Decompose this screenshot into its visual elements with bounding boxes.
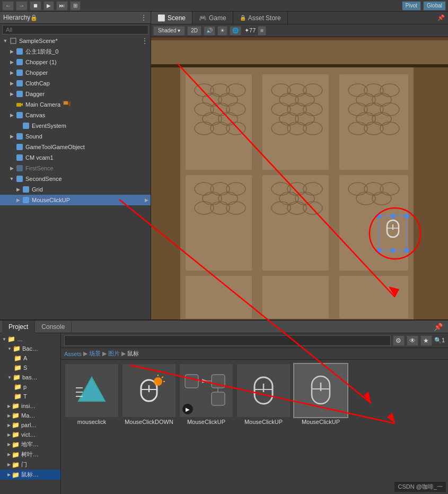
- folder-icon-insi: 📁: [12, 402, 20, 410]
- folder-shubiao[interactable]: ▶ 📁 鼠标…: [0, 470, 60, 480]
- samplescene-label: SampleScene*: [19, 38, 58, 44]
- folder-vict[interactable]: ▶ 📁 vict…: [0, 430, 60, 439]
- vict-label: vict…: [21, 431, 36, 438]
- expand-chopper1: [8, 59, 15, 65]
- pivot-button[interactable]: Pivot: [402, 1, 421, 11]
- hier-item-sound[interactable]: Sound: [0, 131, 151, 142]
- toolbar-play-btn[interactable]: ▶: [43, 1, 54, 11]
- hierarchy-menu-btn[interactable]: ⋮: [140, 13, 147, 22]
- asset-grid: mouseclick: [61, 360, 448, 494]
- cube-icon-princess: [16, 48, 23, 55]
- hierarchy-search-input[interactable]: [2, 25, 148, 34]
- firstsence-label: FirstSence: [25, 165, 54, 171]
- tab-scene[interactable]: ⬜ Scene: [151, 12, 192, 24]
- folder-icon-s: 📁: [14, 364, 22, 371]
- hier-item-chopper1[interactable]: Chopper (1): [0, 57, 151, 67]
- bottom-pin-icon[interactable]: 📌: [434, 323, 443, 331]
- expand-mouseclickup: [15, 197, 21, 203]
- asset-item-mouseclickup-sprite[interactable]: MouseClickUP: [237, 364, 290, 425]
- scene-stone-bg: [151, 37, 448, 319]
- svg-rect-10: [414, 67, 448, 319]
- folder-bac[interactable]: ▼ 📁 Bac…: [0, 344, 60, 353]
- fx-toggle[interactable]: ☀: [217, 26, 227, 36]
- star-btn[interactable]: ★: [420, 335, 432, 346]
- gizmo-btn[interactable]: ≡: [258, 26, 266, 36]
- cube-icon-secondsence: [16, 175, 23, 183]
- cube-icon-firstsence: [16, 164, 23, 172]
- hier-item-canvas[interactable]: Canvas: [0, 110, 151, 120]
- global-button[interactable]: Global: [423, 1, 446, 11]
- bottom-panels: Project Console 📌 ▼ 📁 … ▼ 📁 Bac… 📁: [0, 319, 448, 494]
- folder-t[interactable]: 📁 T: [0, 392, 60, 401]
- toolbar-forward-btn[interactable]: →: [16, 1, 28, 11]
- breadcrumb-scene[interactable]: 场景: [89, 350, 101, 358]
- tab-project[interactable]: Project: [2, 320, 35, 333]
- mouseclickup-selected-icon: [302, 372, 339, 409]
- hier-item-mouseclickup[interactable]: MouseClickUP ▶: [0, 195, 151, 205]
- folder-men[interactable]: ▶ 📁 门: [0, 460, 60, 470]
- toolbar-back-btn[interactable]: ←: [2, 1, 14, 11]
- folder-bas[interactable]: ▼ 📁 bas…: [0, 372, 60, 382]
- toolbar-layout-btn[interactable]: ⊞: [70, 1, 81, 11]
- toolbar-step-btn[interactable]: ⏭: [56, 1, 68, 11]
- asset-item-mouseclick[interactable]: mouseclick: [65, 364, 118, 425]
- parl-expand: ▶: [7, 423, 11, 428]
- viewport-pin-icon[interactable]: 📌: [437, 14, 445, 21]
- hier-item-princess[interactable]: 公主1阶段_0: [0, 46, 151, 57]
- breadcrumb-assets[interactable]: Assets: [64, 351, 82, 357]
- shading-dropdown[interactable]: Shaded ▾: [153, 26, 185, 36]
- hier-item-maincamera[interactable]: Main Camera: [0, 99, 151, 110]
- chopper1-label: Chopper (1): [25, 59, 57, 65]
- folder-insi[interactable]: ▶ 📁 insi…: [0, 401, 60, 411]
- tab-game[interactable]: 🎮 Game: [192, 12, 233, 24]
- console-tab-label: Console: [41, 323, 65, 331]
- folder-parl[interactable]: ▶ 📁 parl…: [0, 420, 60, 430]
- svg-rect-22: [339, 276, 408, 318]
- hier-item-dagger[interactable]: Dagger: [0, 89, 151, 99]
- asset-item-mouseclickup-anim[interactable]: ▶ MouseClickUP: [180, 364, 233, 425]
- assetstore-tab-label: Asset Store: [248, 14, 281, 22]
- toolbar-stop-btn[interactable]: ⏹: [30, 1, 41, 11]
- hier-item-cmvcam1[interactable]: CM vcam1: [0, 152, 151, 163]
- hier-item-firstsence[interactable]: FirstSence: [0, 163, 151, 174]
- asset-item-mouseclickup-selected[interactable]: MouseClickUP: [294, 364, 347, 425]
- tab-console[interactable]: Console: [35, 320, 72, 333]
- folder-ma[interactable]: ▶ 📁 Ma…: [0, 411, 60, 420]
- folder-icon-a: 📁: [14, 354, 22, 362]
- hier-item-chopper[interactable]: Chopper: [0, 67, 151, 78]
- folder-a[interactable]: 📁 A: [0, 353, 60, 363]
- 2d-toggle[interactable]: 2D: [187, 26, 201, 36]
- mouseclickup-selected-label: MouseClickUP: [302, 419, 340, 425]
- folder-shuye[interactable]: ▶ 📁 树叶…: [0, 449, 60, 460]
- hier-item-grid[interactable]: Grid: [0, 184, 151, 195]
- folder-root-label: …: [17, 336, 23, 342]
- hier-item-samplescene[interactable]: SampleScene* ⋮: [0, 36, 151, 46]
- folder-root-expand[interactable]: ▼ 📁 …: [0, 334, 60, 344]
- tab-assetstore[interactable]: 🔒 Asset Store: [233, 12, 288, 24]
- hier-item-eventsystem[interactable]: EventSystem: [0, 120, 151, 131]
- hier-item-clothcap[interactable]: ClothCap: [0, 78, 151, 89]
- mouseclick-label: mouseclick: [77, 419, 106, 425]
- audio-toggle[interactable]: 🔊: [204, 26, 215, 36]
- asset-item-mouseclickdown[interactable]: MouseClickDOWN: [122, 364, 175, 425]
- svg-marker-112: [202, 379, 207, 383]
- folder-p[interactable]: 📁 p: [0, 382, 60, 392]
- eye-btn[interactable]: 👁: [407, 335, 418, 346]
- game-tab-label: Game: [209, 14, 226, 22]
- folder-s[interactable]: 📁 S: [0, 363, 60, 372]
- samplescene-menu[interactable]: ⋮: [141, 37, 148, 45]
- grid-toggle[interactable]: 🌐: [230, 26, 241, 36]
- folder-dizhu[interactable]: ▶ 📁 地牢…: [0, 439, 60, 449]
- project-search-input[interactable]: [64, 335, 391, 346]
- folder-icon-bac: 📁: [13, 345, 21, 352]
- secondsence-label: SecondSence: [25, 176, 62, 182]
- hier-item-gametool[interactable]: GameToolGameObject: [0, 142, 151, 152]
- filter-btn[interactable]: ⚙: [393, 335, 405, 346]
- cube-icon-sound: [16, 133, 23, 140]
- ma-label: Ma…: [21, 412, 35, 419]
- bac-expand: ▼: [7, 346, 12, 351]
- sep1: ▶: [83, 350, 87, 357]
- hier-item-secondsence[interactable]: SecondSence: [0, 174, 151, 184]
- vict-expand: ▶: [7, 432, 11, 437]
- breadcrumb-images[interactable]: 图片: [108, 350, 120, 358]
